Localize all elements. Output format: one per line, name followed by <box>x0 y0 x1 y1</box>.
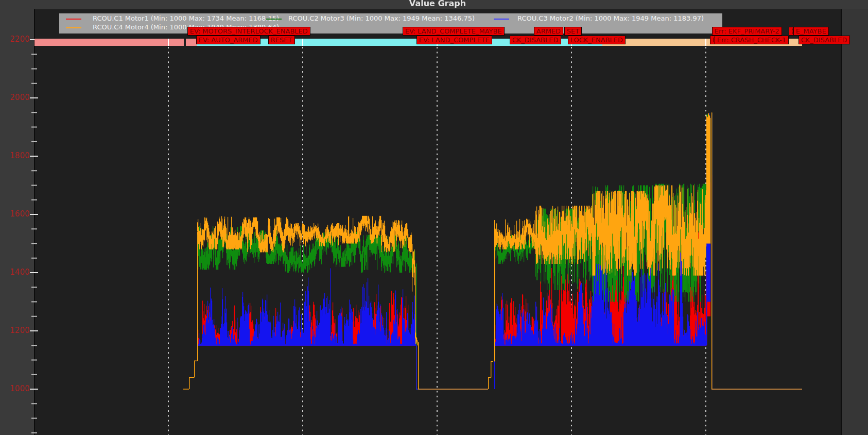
gridline-tick <box>705 39 706 46</box>
y-axis-label: 2200 <box>0 35 30 44</box>
y-axis-label: 1400 <box>0 267 30 277</box>
y-axis-label: 1200 <box>0 326 30 335</box>
event-label: E_MAYBE <box>793 27 829 36</box>
gridline-tick <box>302 39 303 46</box>
event-label: Err: CRASH_CHECK-1 <box>715 36 789 44</box>
event-label: EV: LAND_COMPLETE <box>416 36 492 44</box>
event-label: CK_DISABLED <box>510 36 561 44</box>
event-label: CK_DISABLED <box>798 36 850 44</box>
legend-swatch-icon <box>494 19 509 20</box>
mode-segment <box>34 39 184 46</box>
event-label: ARMED <box>534 27 563 36</box>
event-label: EV: MOTORS_INTERLOCK_ENABLED <box>187 27 310 36</box>
legend: RCOU.C1 Motor1 (Min: 1000 Max: 1734 Mean… <box>59 13 722 34</box>
event-label: SET <box>564 27 582 36</box>
chart-title: Value Graph <box>409 0 466 8</box>
gridline-tick <box>168 39 169 46</box>
legend-label: RCOU.C3 Motor2 (Min: 1000 Max: 1949 Mean… <box>517 14 704 22</box>
event-label: LOCK_ENABLED <box>568 36 626 44</box>
y-axis-label: 1800 <box>0 151 30 160</box>
event-label: Err: EKF_PRIMARY-2 <box>712 27 782 36</box>
event-label: EV: AUTO_ARMED <box>196 36 261 44</box>
event-label: EV: LAND_COMPLETE_MAYBE <box>403 27 505 36</box>
y-axis-label: 2000 <box>0 93 30 102</box>
value-graph-window: { "chart_data": { "type": "line", "title… <box>0 0 868 435</box>
mode-segment <box>186 39 197 46</box>
y-axis-label: 1000 <box>0 384 30 393</box>
legend-swatch-icon <box>66 27 81 28</box>
y-axis-label: 1600 <box>0 209 30 219</box>
event-label: RESET <box>268 36 295 44</box>
plot-area[interactable] <box>0 0 868 435</box>
legend-item-rcou.c4: RCOU.C4 Motor4 (Min: 1000 Max: 1949 Mean… <box>59 23 722 32</box>
